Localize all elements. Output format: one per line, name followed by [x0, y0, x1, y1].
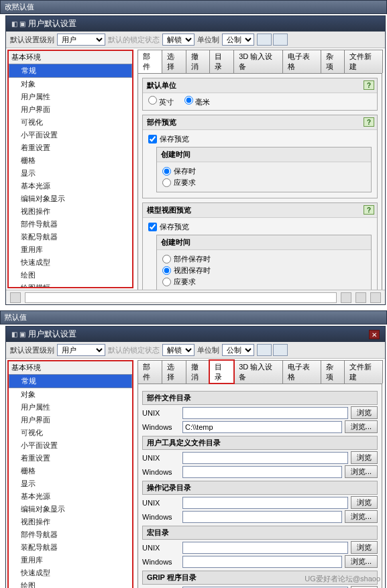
tree-item-part-nav[interactable]: 部件导航器 — [9, 218, 132, 231]
tree-item-general[interactable]: 常规 — [9, 64, 132, 78]
tree-item-plot[interactable]: 绘图 — [9, 579, 132, 588]
tree-item-part-nav[interactable]: 部件导航器 — [9, 528, 132, 541]
browse-button[interactable]: 浏览 — [351, 496, 378, 509]
input-win-1[interactable] — [182, 421, 342, 433]
tree-item-view-op[interactable]: 视图操作 — [9, 205, 132, 218]
tree-item-rapid[interactable]: 快速成型 — [9, 256, 132, 269]
tree-item-light[interactable]: 基本光源 — [9, 180, 132, 192]
tree-item-facet[interactable]: 小平面设置 — [9, 439, 132, 452]
tab-select[interactable]: 选择 — [162, 50, 186, 73]
tree-item-view-op[interactable]: 视图操作 — [9, 516, 132, 528]
browse-button[interactable]: 浏览... — [345, 555, 378, 568]
tab-newfile[interactable]: 文件新建 — [344, 360, 383, 384]
chk-save-preview2[interactable] — [148, 223, 157, 231]
tree-item-emphasis[interactable]: 着重设置 — [9, 452, 132, 465]
radio-on-demand2[interactable] — [162, 278, 171, 286]
radio-inch-label[interactable]: 英寸 — [148, 96, 174, 107]
tree-item-display[interactable]: 显示 — [9, 167, 132, 180]
radio-on-save[interactable] — [162, 167, 171, 176]
radio-on-demand[interactable] — [162, 178, 171, 187]
tree-item-reuse[interactable]: 重用库 — [9, 554, 132, 567]
unit-select[interactable]: 公制 — [222, 34, 254, 46]
help-icon[interactable]: ? — [364, 117, 374, 127]
titlebar: ◧ ▣ 用户默认设置 ✕ — [6, 327, 385, 342]
tab-misc[interactable]: 杂项 — [321, 50, 345, 73]
level-select[interactable]: 用户 — [57, 34, 105, 46]
browse-button[interactable]: 浏览... — [345, 420, 378, 433]
panel-body: 部件文件目录 UNIX浏览 Windows浏览... 用户工具定义文件目录 UN… — [137, 384, 382, 588]
input-unix-3[interactable] — [182, 497, 348, 509]
radio-inch[interactable] — [148, 96, 157, 105]
tab-part[interactable]: 部件 — [137, 50, 162, 73]
tab-undo[interactable]: 撤消 — [186, 50, 211, 73]
nav-tree[interactable]: 基本环境 常规 对象 用户属性 用户界面 可视化 小平面设置 着重设置 栅格 显… — [9, 361, 132, 588]
chk-save-preview[interactable] — [148, 135, 157, 143]
view-mode-icons[interactable] — [257, 344, 288, 356]
tree-item-object[interactable]: 对象 — [9, 388, 132, 401]
tree-item-edit-display[interactable]: 编辑对象显示 — [9, 192, 132, 205]
tree-item-general[interactable]: 常规 — [9, 374, 132, 388]
tree-item-asm-nav[interactable]: 装配导航器 — [9, 541, 132, 554]
toolbar-icon[interactable] — [341, 292, 351, 303]
input-unix-4[interactable] — [182, 542, 348, 554]
tab-misc[interactable]: 杂项 — [321, 360, 345, 384]
tree-item-asm-nav[interactable]: 装配导航器 — [9, 231, 132, 243]
input-win-4[interactable] — [182, 556, 342, 568]
browse-button[interactable]: 浏览 — [351, 451, 378, 464]
tab-sheet[interactable]: 电子表格 — [282, 360, 321, 384]
tab-newfile[interactable]: 文件新建 — [344, 50, 383, 73]
tree-item-banner[interactable]: 绘图横幅 — [9, 282, 132, 287]
input-unix-2[interactable] — [182, 452, 348, 464]
level-select[interactable]: 用户 — [57, 344, 105, 356]
tree-item-user-ui[interactable]: 用户界面 — [9, 414, 132, 426]
tab-dir[interactable]: 目录 — [209, 360, 234, 384]
toolbar-icon[interactable] — [355, 292, 366, 303]
browse-button[interactable]: 浏览... — [345, 465, 378, 478]
tab-3d[interactable]: 3D 输入设备 — [233, 360, 283, 384]
nav-tree[interactable]: 基本环境 常规 对象 用户属性 用户界面 可视化 小平面设置 着重设置 栅格 显… — [9, 51, 132, 287]
radio-view-save[interactable] — [162, 266, 171, 275]
tab-dir[interactable]: 目录 — [209, 50, 234, 73]
tree-item-facet[interactable]: 小平面设置 — [9, 129, 132, 141]
lock-select[interactable]: 解锁 — [162, 344, 195, 356]
tree-item-object[interactable]: 对象 — [9, 78, 132, 91]
toolbar-icon[interactable] — [370, 292, 381, 303]
tree-item-light[interactable]: 基本光源 — [9, 490, 132, 503]
tree-root[interactable]: 基本环境 — [9, 51, 132, 64]
help-icon[interactable]: ? — [364, 205, 374, 215]
tree-item-display[interactable]: 显示 — [9, 477, 132, 490]
tree-item-visual[interactable]: 可视化 — [9, 116, 132, 129]
browse-button[interactable]: 浏览... — [345, 510, 378, 523]
status-input[interactable] — [25, 292, 337, 303]
radio-all-save[interactable] — [162, 255, 171, 263]
view-mode-icons[interactable] — [257, 34, 288, 46]
unit-select[interactable]: 公制 — [222, 344, 254, 356]
radio-mm[interactable] — [184, 96, 193, 105]
tree-item-user-ui[interactable]: 用户界面 — [9, 103, 132, 116]
tree-item-edit-display[interactable]: 编辑对象显示 — [9, 503, 132, 516]
input-unix-1[interactable] — [182, 407, 348, 419]
tree-item-grid[interactable]: 栅格 — [9, 465, 132, 477]
close-icon[interactable]: ✕ — [369, 330, 380, 339]
tree-item-user-attr[interactable]: 用户属性 — [9, 91, 132, 103]
input-win-2[interactable] — [182, 466, 342, 478]
browse-button[interactable]: 浏览 — [351, 541, 378, 554]
tree-item-user-attr[interactable]: 用户属性 — [9, 401, 132, 414]
tab-3d[interactable]: 3D 输入设备 — [233, 50, 283, 73]
tree-item-rapid[interactable]: 快速成型 — [9, 567, 132, 579]
tree-item-plot[interactable]: 绘图 — [9, 269, 132, 282]
tree-item-grid[interactable]: 栅格 — [9, 154, 132, 167]
tab-select[interactable]: 选择 — [162, 360, 186, 384]
tab-part[interactable]: 部件 — [137, 360, 162, 384]
lock-select[interactable]: 解锁 — [162, 34, 195, 46]
tab-undo[interactable]: 撤消 — [186, 360, 211, 384]
tab-sheet[interactable]: 电子表格 — [282, 50, 321, 73]
input-win-3[interactable] — [182, 511, 342, 523]
browse-button[interactable]: 浏览 — [351, 406, 378, 419]
tree-item-reuse[interactable]: 重用库 — [9, 243, 132, 256]
tree-root[interactable]: 基本环境 — [9, 361, 132, 374]
tree-item-emphasis[interactable]: 着重设置 — [9, 141, 132, 154]
help-icon[interactable]: ? — [364, 80, 374, 90]
tree-item-visual[interactable]: 可视化 — [9, 426, 132, 439]
radio-mm-label[interactable]: 毫米 — [184, 96, 210, 107]
